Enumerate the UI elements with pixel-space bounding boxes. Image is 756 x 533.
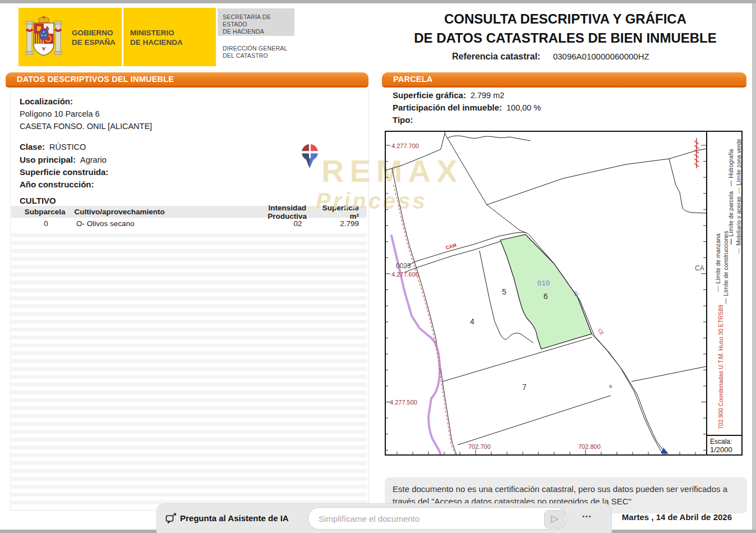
document-date: Martes , 14 de Abril de 2026: [617, 512, 732, 522]
ai-chat-icon: [165, 513, 177, 524]
uso-row: Uso principal:Agrario: [20, 155, 107, 165]
localizacion-label: Localización:: [20, 97, 73, 106]
direccion-general-label: DIRECCIÓN GENERALDEL CATASTRO: [223, 45, 287, 59]
coord-x1: 702.700: [468, 443, 491, 450]
empty-table-rows: [11, 229, 367, 508]
escala-value: 1/2000: [710, 445, 732, 454]
coord-y3: 4.277.500: [390, 399, 417, 406]
remax-pin-icon: [301, 144, 319, 170]
page-right-edge: [752, 3, 756, 530]
right-panel-header-bar: PARCELA: [382, 72, 746, 88]
cultivo-title: CULTIVO: [20, 196, 56, 205]
referencia-value: 03096A010000060000HZ: [553, 52, 649, 61]
parcel-6-label: 6: [543, 292, 548, 301]
legend-hidrografia: —Hidrografía: [727, 149, 734, 186]
ministerio-hacienda-label: MINISTERIODE HACIENDA: [130, 28, 183, 47]
cadastral-map-drawing: a 4.277.700 4.277.600 4.277.500 702.700 …: [385, 131, 743, 456]
cultivo-table-header: Subparcela Cultivo/aprovechamiento Inten…: [11, 206, 367, 218]
cultivo-table-row: 0 O- Olivos secano 02 2.799: [11, 218, 367, 229]
ai-prompt-input[interactable]: [308, 507, 567, 530]
coord-x2: 702.800: [578, 443, 601, 450]
more-options-button[interactable]: …: [582, 508, 592, 520]
corner-label: CA: [695, 264, 704, 272]
localizacion-line2: CASETA FONSO. ONIL [ALICANTE]: [20, 122, 152, 131]
left-panel-header-bar: DATOS DESCRIPTIVOS DEL INMUEBLE: [6, 72, 368, 88]
right-panel-title: PARCELA: [382, 72, 746, 84]
highlight-code-label: 010: [537, 279, 550, 287]
anio-row: Año construcción:: [20, 180, 99, 190]
road-label-2: CE: [597, 328, 605, 337]
superficie-grafica-row: Superficie gráfica:2.799 m2: [393, 90, 504, 100]
page-top-edge: [0, 0, 756, 3]
gobierno-espana-label: GOBIERNODE ESPAÑA: [72, 28, 116, 47]
coord-y2: 4.277.600: [391, 271, 419, 278]
ai-assistant-label: Pregunta al Asistente de IA: [180, 513, 289, 523]
utm-coords-label: 702.900 Coordenadas U.T.M. Huso 30 ETRS8…: [717, 305, 724, 429]
clase-row: Clase:RÚSTICO: [20, 142, 86, 152]
legend-zona-verde: —Límite zona verde: [735, 139, 742, 194]
document-title-line2: DE DATOS CATASTRALES DE BIEN INMUEBLE: [386, 30, 745, 46]
legend-limite-construcciones: —Límite de construcciones: [722, 231, 729, 304]
coord-y1: 4.277.700: [391, 143, 419, 149]
referencia-catastral-row: Referencia catastral: 03096A010000060000…: [452, 52, 649, 62]
send-button[interactable]: ▷: [544, 510, 565, 529]
referencia-label: Referencia catastral:: [452, 52, 540, 61]
secretaria-box: SECRETARÍA DE ESTADODE HACIENDA: [218, 8, 294, 36]
superficie-row: Superficie construida:: [20, 167, 113, 177]
ai-assistant-bar: Pregunta al Asistente de IA ▷ …: [156, 503, 612, 533]
svg-text:a: a: [609, 383, 612, 389]
localizacion-line1: Polígono 10 Parcela 6: [20, 109, 100, 118]
parcel-7-label: 7: [522, 383, 527, 392]
parcel-4-label: 4: [470, 317, 474, 326]
logo-divider: [122, 8, 123, 66]
block-code-label: 0023: [396, 262, 411, 270]
parcel-5-label: 5: [502, 287, 506, 296]
tipo-row: Tipo:: [393, 115, 417, 125]
legend-limite-manzana: —Límite de manzana: [714, 233, 721, 292]
document-title-line1: CONSULTA DESCRIPTIVA Y GRÁFICA: [386, 11, 745, 27]
cultivo-table: Subparcela Cultivo/aprovechamiento Inten…: [11, 206, 367, 229]
left-panel-title: DATOS DESCRIPTIVOS DEL INMUEBLE: [6, 72, 368, 84]
legend-mobiliario: —Mobiliario y aceras: [735, 196, 742, 254]
government-logo-block: GOBIERNODE ESPAÑA MINISTERIODE HACIENDA: [19, 8, 216, 66]
participacion-row: Participación del inmueble:100,00 %: [393, 103, 541, 113]
spain-coat-of-arms-icon: [25, 16, 62, 59]
escala-label: Escala:: [710, 438, 732, 445]
